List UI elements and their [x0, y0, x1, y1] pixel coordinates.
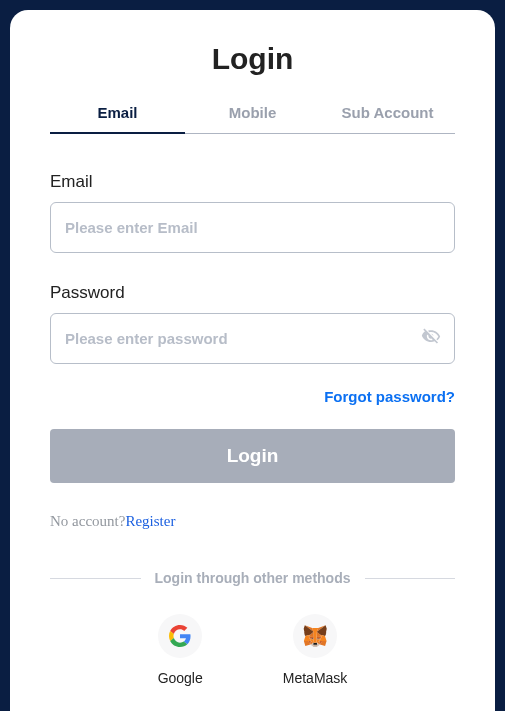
tab-mobile[interactable]: Mobile: [185, 104, 320, 133]
tab-label: Email: [97, 104, 137, 121]
tab-sub-account[interactable]: Sub Account: [320, 104, 455, 133]
divider-row: Login through other methods: [50, 570, 455, 586]
eye-off-icon[interactable]: [421, 327, 441, 351]
google-icon: [158, 614, 202, 658]
forgot-password-link[interactable]: Forgot password?: [50, 388, 455, 405]
password-label: Password: [50, 283, 455, 303]
method-google[interactable]: Google: [158, 614, 203, 686]
login-card: Login Email Mobile Sub Account Email Pas…: [10, 10, 495, 711]
oauth-methods: Google MetaMask: [50, 614, 455, 686]
metamask-icon: [293, 614, 337, 658]
email-label: Email: [50, 172, 455, 192]
tab-email[interactable]: Email: [50, 104, 185, 133]
no-account-row: No account?Register: [50, 513, 455, 530]
tab-label: Sub Account: [342, 104, 434, 121]
method-metamask[interactable]: MetaMask: [283, 614, 348, 686]
password-input[interactable]: [50, 313, 455, 364]
method-label: MetaMask: [283, 670, 348, 686]
tab-label: Mobile: [229, 104, 277, 121]
password-field-wrap: [50, 313, 455, 364]
email-field-wrap: [50, 202, 455, 253]
login-tabs: Email Mobile Sub Account: [50, 104, 455, 134]
login-button[interactable]: Login: [50, 429, 455, 483]
divider-line: [365, 578, 456, 579]
page-title: Login: [50, 42, 455, 76]
divider-text: Login through other methods: [141, 570, 365, 586]
no-account-text: No account?: [50, 513, 125, 529]
divider-line: [50, 578, 141, 579]
method-label: Google: [158, 670, 203, 686]
register-link[interactable]: Register: [125, 513, 175, 529]
email-input[interactable]: [50, 202, 455, 253]
